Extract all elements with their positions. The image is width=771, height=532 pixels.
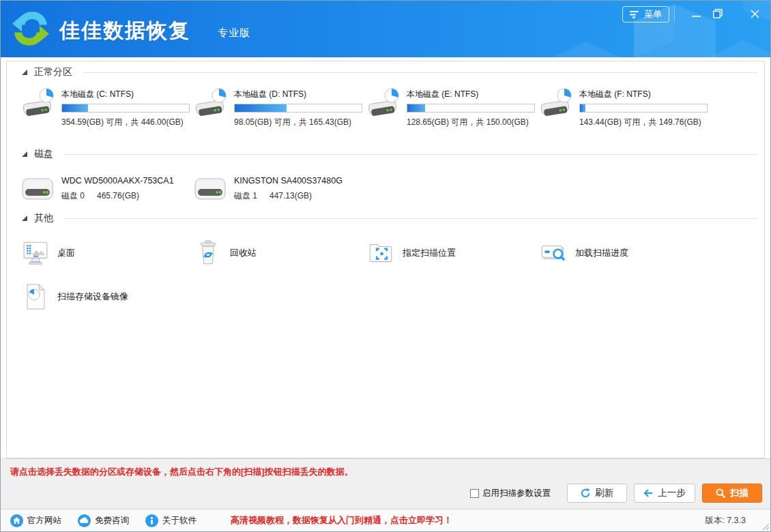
partition-usage-fill <box>580 104 585 112</box>
refresh-icon <box>581 488 590 498</box>
other-item-label: 指定扫描位置 <box>403 247 456 259</box>
other-item-desktop[interactable]: 桌面 <box>22 237 194 269</box>
collapse-triangle-icon <box>22 70 27 75</box>
partition-drive-icon <box>194 87 230 121</box>
scan-location-icon <box>367 239 394 267</box>
app-edition: 专业版 <box>218 27 250 40</box>
section-partitions-header[interactable]: 正常分区 <box>22 65 757 79</box>
app-title: 佳佳数据恢复 <box>59 17 190 45</box>
info-icon <box>145 514 158 527</box>
partition-usage-bar <box>234 104 362 113</box>
menu-button[interactable]: 菜单 <box>622 6 669 23</box>
close-button[interactable] <box>744 5 765 23</box>
section-title-others: 其他 <box>34 212 53 224</box>
back-button[interactable]: 上一步 <box>634 484 695 503</box>
partition-usage-bar <box>61 104 190 113</box>
other-item-label: 桌面 <box>57 247 75 259</box>
partition-label: 本地磁盘 (F: NTFS) <box>579 89 708 100</box>
section-disks-header[interactable]: 磁盘 <box>22 147 757 161</box>
bottom-controls: 启用扫描参数设置 刷新 上一步 <box>470 484 762 503</box>
partition-size-info: 98.05(GB) 可用，共 165.43(GB) <box>234 117 362 128</box>
collapse-triangle-icon <box>22 151 27 157</box>
consult-cloud-icon <box>78 514 91 527</box>
partition-size-info: 128.65(GB) 可用，共 150.00(GB) <box>407 117 535 128</box>
other-item-scan-location[interactable]: 指定扫描位置 <box>367 237 540 269</box>
partition-usage-fill <box>62 104 88 112</box>
instruction-hint: 请点击选择丢失数据的分区或存储设备，然后点击右下角的[扫描]按钮扫描丢失的数据。 <box>10 466 353 478</box>
footer-link-label: 关于软件 <box>162 515 197 527</box>
other-item-label: 扫描存储设备镜像 <box>57 291 128 303</box>
partition-usage-fill <box>407 104 425 112</box>
disk-size: 447.13(GB) <box>270 191 312 201</box>
partition-drive-icon <box>540 87 575 121</box>
other-item-label: 加载扫描进度 <box>575 247 628 259</box>
home-icon <box>10 514 23 527</box>
menu-label: 菜单 <box>644 8 662 20</box>
menu-icon <box>630 10 640 19</box>
section-rule <box>83 72 757 73</box>
refresh-button[interactable]: 刷新 <box>567 484 627 503</box>
app-logo <box>12 10 50 48</box>
bottom-bar: 请点击选择丢失数据的分区或存储设备，然后点击右下角的[扫描]按钮扫描丢失的数据。… <box>1 458 770 509</box>
other-item-device-image[interactable]: 扫描存储设备镜像 <box>22 281 194 312</box>
scan-label: 扫描 <box>730 487 748 499</box>
collapse-triangle-icon <box>22 216 27 221</box>
disk-item-0[interactable]: WDC WD5000AAKX-753CA1 磁盘 0465.76(GB) <box>22 176 194 202</box>
minimize-icon <box>692 10 701 18</box>
footer-link-website[interactable]: 官方网站 <box>10 514 61 527</box>
scan-button[interactable]: 扫描 <box>702 484 762 503</box>
hard-disk-icon <box>22 178 53 200</box>
maximize-button[interactable] <box>708 5 728 23</box>
footer-link-about[interactable]: 关于软件 <box>145 514 197 527</box>
recycle-bin-icon <box>194 239 222 267</box>
partition-size-info: 354.59(GB) 可用，共 446.00(GB) <box>61 117 190 128</box>
footer-link-consult[interactable]: 免费咨询 <box>78 514 129 527</box>
partition-label: 本地磁盘 (C: NTFS) <box>61 89 190 100</box>
footer-bar: 官方网站 免费咨询 关于软件 高清视频教程，数据恢复从入门到精通，点击立即学习！… <box>1 509 770 531</box>
partition-drive-icon <box>22 87 57 121</box>
scan-params-label: 启用扫描参数设置 <box>482 488 551 499</box>
disk-index: 磁盘 0 <box>61 191 85 201</box>
close-icon <box>751 10 759 18</box>
section-title-partitions: 正常分区 <box>34 66 72 78</box>
back-arrow-icon <box>643 489 653 497</box>
footer-link-label: 官方网站 <box>27 515 61 527</box>
scan-params-checkbox-group[interactable]: 启用扫描参数设置 <box>470 488 551 499</box>
back-label: 上一步 <box>658 487 686 499</box>
partition-label: 本地磁盘 (E: NTFS) <box>407 89 535 100</box>
desktop-icon <box>22 239 49 267</box>
section-others-header[interactable]: 其他 <box>22 211 757 225</box>
disk-item-1[interactable]: KINGSTON SA400S37480G 磁盘 1447.13(GB) <box>194 176 367 202</box>
resize-grip[interactable] <box>761 522 769 530</box>
other-item-load-progress[interactable]: 加载扫描进度 <box>540 237 712 269</box>
partition-size-info: 143.44(GB) 可用，共 149.76(GB) <box>579 117 708 128</box>
partition-label: 本地磁盘 (D: NTFS) <box>234 89 362 100</box>
device-image-icon <box>22 282 49 311</box>
scan-params-checkbox[interactable] <box>470 489 479 498</box>
partition-usage-bar <box>579 104 708 113</box>
section-title-disks: 磁盘 <box>34 148 53 160</box>
minimize-button[interactable] <box>686 5 706 23</box>
app-window: 佳佳数据恢复 专业版 菜单 <box>0 0 771 532</box>
disk-model: WDC WD5000AAKX-753CA1 <box>61 176 174 186</box>
app-header: 佳佳数据恢复 专业版 菜单 <box>1 1 770 57</box>
other-item-recycle-bin[interactable]: 回收站 <box>194 237 367 269</box>
partition-usage-fill <box>235 104 287 112</box>
partition-drive-icon <box>367 87 403 121</box>
header-divider <box>674 6 675 23</box>
partition-item-f[interactable]: 本地磁盘 (F: NTFS) 143.44(GB) 可用，共 149.76(GB… <box>540 87 712 128</box>
partition-item-e[interactable]: 本地磁盘 (E: NTFS) 128.65(GB) 可用，共 150.00(GB… <box>367 87 540 128</box>
partition-item-c[interactable]: 本地磁盘 (C: NTFS) 354.59(GB) 可用，共 446.00(GB… <box>22 87 194 128</box>
hard-disk-icon <box>194 178 226 200</box>
maximize-icon <box>713 9 723 18</box>
partition-usage-bar <box>407 104 535 113</box>
partition-item-d[interactable]: 本地磁盘 (D: NTFS) 98.05(GB) 可用，共 165.43(GB) <box>194 87 367 128</box>
others-grid: 桌面 回收站 <box>22 225 764 312</box>
disk-index: 磁盘 1 <box>234 191 257 201</box>
scan-magnifier-icon <box>716 488 725 498</box>
other-item-label: 回收站 <box>230 247 257 259</box>
load-progress-icon <box>540 239 567 267</box>
promo-link[interactable]: 高清视频教程，数据恢复从入门到精通，点击立即学习！ <box>231 514 452 527</box>
version-label: 版本: 7.3.3 <box>705 515 746 527</box>
section-rule <box>64 154 757 155</box>
